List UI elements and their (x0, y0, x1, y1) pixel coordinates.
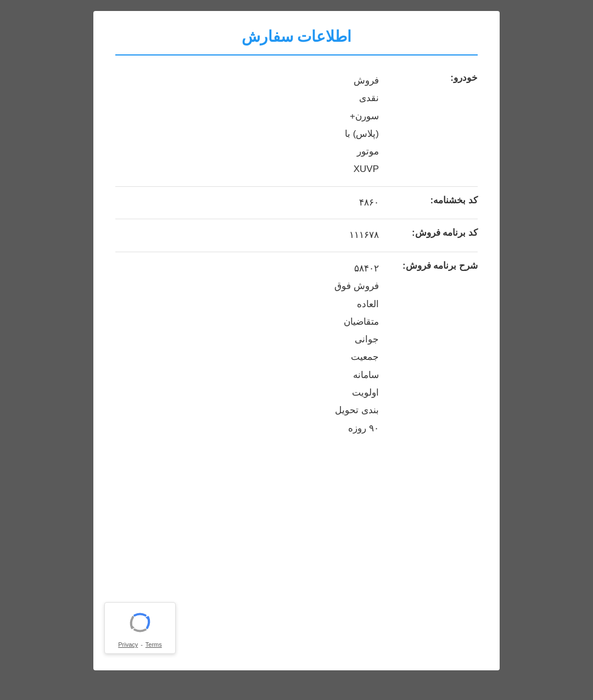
label-sale-code: کد برنامه فروش: (390, 219, 478, 246)
recaptcha-badge: Privacy - Terms (104, 602, 176, 654)
value-vehicle: فروش نقدی سورن+ (پلاس) با موتور XUVP (115, 64, 390, 186)
info-table: خودرو: فروش نقدی سورن+ (پلاس) با موتور X… (115, 64, 478, 445)
recaptcha-icon (126, 608, 154, 637)
terms-link[interactable]: Terms (146, 641, 162, 648)
table-row: کد برنامه فروش: ۱۱۱۶۷۸ (115, 219, 478, 252)
recaptcha-text: Privacy - Terms (118, 641, 162, 648)
value-bakhshname: ۴۸۶۰ (115, 187, 390, 219)
separator: - (141, 641, 143, 648)
value-sale-code: ۱۱۱۶۷۸ (115, 219, 390, 252)
table-row: شرح برنامه فروش: ۵۸۴۰۲ فروش فوق العاده م… (115, 252, 478, 445)
page-title: اطلاعات سفارش (115, 27, 478, 55)
label-bakhshname: کد بخشنامه: (390, 187, 478, 214)
info-card: اطلاعات سفارش خودرو: فروش نقدی سورن+ (پل… (93, 11, 500, 670)
table-row: کد بخشنامه: ۴۸۶۰ (115, 187, 478, 220)
label-sale-desc: شرح برنامه فروش: (390, 252, 478, 279)
table-row: خودرو: فروش نقدی سورن+ (پلاس) با موتور X… (115, 64, 478, 187)
page-wrapper: اطلاعات سفارش خودرو: فروش نقدی سورن+ (پل… (0, 0, 593, 700)
value-sale-desc: ۵۸۴۰۲ فروش فوق العاده متقاضیان جوانی جمع… (115, 252, 390, 445)
label-vehicle: خودرو: (390, 64, 478, 91)
privacy-link[interactable]: Privacy (118, 641, 138, 648)
